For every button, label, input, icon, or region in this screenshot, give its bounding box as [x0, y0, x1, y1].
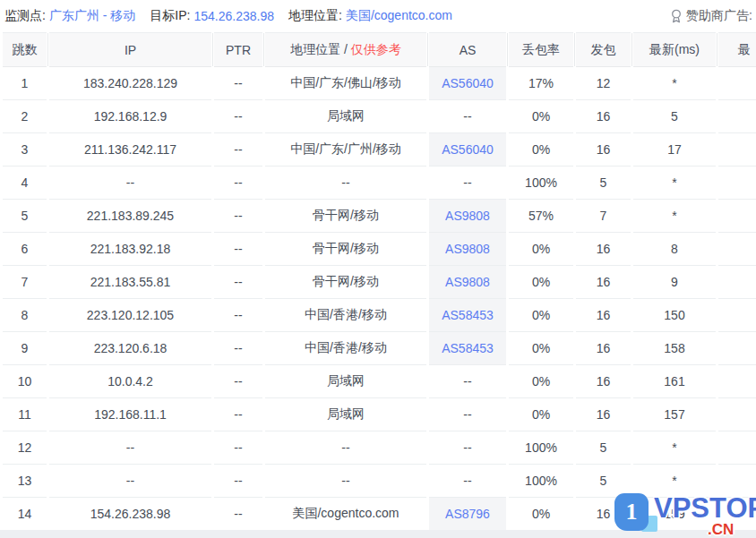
cell-sent: 7 — [576, 200, 631, 233]
cell-loss: 100% — [509, 167, 573, 200]
table-row: 1010.0.4.2--局域网--0%16161 — [3, 365, 756, 398]
cell-ptr: -- — [214, 67, 262, 100]
cell-pad — [718, 498, 756, 530]
cell-sent: 16 — [576, 332, 631, 365]
table-row: 5221.183.89.245--骨干网/移动AS980857%7* — [3, 200, 756, 233]
cell-ptr: -- — [214, 100, 262, 133]
cell-latest: 150 — [633, 299, 716, 332]
cell-as: -- — [429, 167, 506, 200]
as-link[interactable]: AS9808 — [429, 200, 506, 233]
table-body: 1183.240.228.129--中国/广东/佛山/移动AS5604017%1… — [3, 67, 756, 530]
monitor-point-value[interactable]: 广东广州 - 移动 — [49, 8, 135, 24]
as-link[interactable]: AS58453 — [429, 332, 506, 365]
col-header-sent: 发包 — [576, 32, 631, 67]
cell-ip: -- — [49, 465, 211, 498]
cell-sent: 16 — [576, 299, 631, 332]
col-header-hop: 跳数 — [3, 32, 47, 67]
cell-as: -- — [429, 365, 506, 398]
cell-loss: 0% — [509, 133, 573, 167]
cell-geo: 局域网 — [265, 365, 426, 398]
cell-geo: 中国/香港/移动 — [265, 332, 426, 365]
topbar: 监测点: 广东广州 - 移动 目标IP: 154.26.238.98 地理位置:… — [0, 0, 756, 32]
cell-geo: -- — [265, 465, 426, 498]
cell-ptr: -- — [214, 167, 262, 200]
cell-sent: 16 — [576, 398, 631, 431]
table-row: 14154.26.238.98--美国/cogentco.comAS87960%… — [3, 498, 756, 530]
table-row: 1183.240.228.129--中国/广东/佛山/移动AS5604017%1… — [3, 67, 756, 100]
geo-location-label: 地理位置: — [288, 8, 342, 24]
cell-ptr: -- — [214, 465, 262, 498]
cell-hop: 7 — [3, 266, 47, 299]
cell-pad — [718, 133, 756, 167]
cell-ip: 154.26.238.98 — [49, 498, 211, 530]
as-link[interactable]: AS56040 — [429, 67, 506, 100]
cell-latest: * — [633, 200, 716, 233]
table-header-row: 跳数 IP PTR 地理位置 / 仅供参考 AS 丢包率 发包 最新(ms) 最 — [3, 32, 756, 67]
cell-hop: 1 — [3, 67, 47, 100]
cell-ptr: -- — [214, 200, 262, 233]
cell-geo: 中国/香港/移动 — [265, 299, 426, 332]
cell-hop: 9 — [3, 332, 47, 365]
col-header-loss: 丢包率 — [509, 32, 573, 67]
cell-geo: 骨干网/移动 — [265, 233, 426, 266]
cell-geo: 骨干网/移动 — [265, 266, 426, 299]
col-header-as: AS — [429, 32, 506, 67]
cell-sent: 16 — [576, 365, 631, 398]
cell-ip: 10.0.4.2 — [49, 365, 211, 398]
as-link[interactable]: AS9808 — [429, 266, 506, 299]
cell-as: -- — [429, 465, 506, 498]
cell-loss: 0% — [509, 266, 573, 299]
as-link[interactable]: AS58453 — [429, 299, 506, 332]
cell-hop: 5 — [3, 200, 47, 233]
cell-latest: 17 — [633, 133, 716, 167]
cell-ptr: -- — [214, 233, 262, 266]
cell-loss: 0% — [509, 398, 573, 431]
traceroute-table: 跳数 IP PTR 地理位置 / 仅供参考 AS 丢包率 发包 最新(ms) 最… — [0, 32, 756, 530]
target-ip-value[interactable]: 154.26.238.98 — [193, 9, 274, 23]
geo-header-note: 仅供参考 — [351, 42, 401, 56]
as-link[interactable]: AS8796 — [429, 498, 506, 530]
cell-latest: * — [633, 167, 716, 200]
cell-latest: * — [633, 465, 716, 498]
cell-latest: * — [633, 431, 716, 465]
table-row: 13--------100%5* — [3, 465, 756, 498]
cell-latest: 158 — [633, 332, 716, 365]
table-row: 11192.168.11.1--局域网--0%16157 — [3, 398, 756, 431]
as-link[interactable]: AS56040 — [429, 133, 506, 167]
col-header-latest: 最新(ms) — [633, 32, 716, 67]
cell-as: -- — [429, 398, 506, 431]
cell-sent: 5 — [576, 431, 631, 465]
cell-loss: 0% — [509, 233, 573, 266]
cell-sent: 16 — [576, 233, 631, 266]
geo-header-main: 地理位置 / — [290, 42, 348, 56]
cell-latest: 5 — [633, 100, 716, 133]
cell-loss: 57% — [509, 200, 573, 233]
cell-pad — [718, 431, 756, 465]
medal-icon — [670, 9, 683, 23]
target-ip-label: 目标IP: — [150, 8, 190, 24]
sponsor-ad-label: 赞助商广告: — [686, 8, 752, 24]
monitor-point-label: 监测点: — [4, 8, 46, 24]
col-header-ip: IP — [49, 32, 211, 67]
cell-ip: 223.120.6.18 — [49, 332, 211, 365]
cell-sent: 16 — [576, 100, 631, 133]
cell-latest: * — [633, 67, 716, 100]
col-header-clipped: 最 — [718, 32, 756, 67]
as-link[interactable]: AS9808 — [429, 233, 506, 266]
cell-sent: 5 — [576, 167, 631, 200]
table-row: 9223.120.6.18--中国/香港/移动AS584530%16158 — [3, 332, 756, 365]
cell-geo: 局域网 — [265, 100, 426, 133]
geo-location-value[interactable]: 美国/cogentco.com — [346, 8, 452, 24]
cell-ptr: -- — [214, 332, 262, 365]
target-ip-group: 目标IP: 154.26.238.98 — [150, 8, 274, 24]
cell-pad — [718, 233, 756, 266]
cell-hop: 4 — [3, 167, 47, 200]
cell-ip: -- — [49, 431, 211, 465]
cell-sent: 16 — [576, 498, 631, 530]
cell-loss: 0% — [509, 332, 573, 365]
cell-latest: 9 — [633, 266, 716, 299]
cell-pad — [718, 167, 756, 200]
cell-pad — [718, 299, 756, 332]
cell-hop: 2 — [3, 100, 47, 133]
cell-ptr: -- — [214, 133, 262, 167]
